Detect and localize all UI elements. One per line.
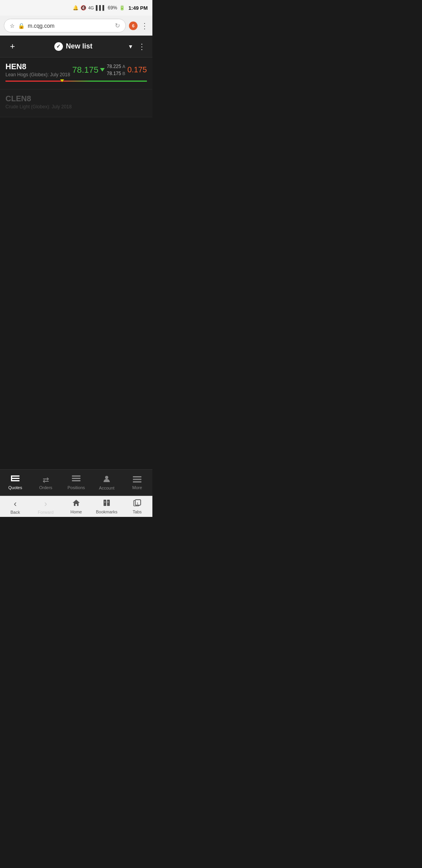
svg-rect-1: [11, 478, 20, 479]
svg-point-7: [105, 476, 108, 479]
tab-count-badge[interactable]: 6: [129, 22, 138, 30]
battery-icon: 🔋: [119, 5, 125, 11]
lock-icon: 🔒: [18, 23, 25, 29]
hen8-ask-label: A: [122, 64, 125, 69]
clen8-top-row: CLEN8 Crude Light (Globex): July 2018: [5, 94, 147, 109]
forward-label: Forward: [38, 510, 54, 515]
hen8-ask-price: 78.225: [107, 64, 121, 69]
svg-rect-8: [133, 476, 141, 477]
hen8-bid-label: B: [122, 71, 125, 76]
hen8-bar-indicator: [60, 79, 64, 82]
app-bottom-nav: Quotes ⇄ Orders Positions Account: [0, 469, 152, 496]
hen8-bid-price: 78.175: [107, 71, 121, 76]
svg-rect-10: [133, 481, 141, 482]
clen8-description: Crude Light (Globex): July 2018: [5, 104, 72, 109]
svg-rect-3: [11, 475, 12, 481]
status-icons: 🔔 🔇 4G ▌▌▌ 69% 🔋 1:49 PM: [73, 5, 148, 11]
mute-icon: 🔇: [80, 5, 86, 11]
hen8-top-row: HEN8 Lean Hogs (Globex): July 2018 78.17…: [5, 62, 147, 77]
quotes-list: HEN8 Lean Hogs (Globex): July 2018 78.17…: [0, 57, 152, 117]
browser-nav-tabs[interactable]: 1 Tabs: [122, 499, 152, 514]
nav-quotes-label: Quotes: [8, 485, 22, 490]
quote-row-clen8[interactable]: CLEN8 Crude Light (Globex): July 2018: [0, 90, 152, 117]
browser-more-icon[interactable]: ⋮: [141, 21, 148, 30]
checkmark-icon: ✓: [54, 42, 63, 51]
hen8-price-value: 78.175: [72, 65, 98, 75]
header-right-actions: ▼ ⋮: [128, 42, 146, 51]
positions-icon: [72, 475, 80, 484]
quotes-icon: [11, 475, 20, 484]
svg-rect-0: [11, 475, 20, 477]
nav-item-more[interactable]: More: [122, 473, 152, 493]
home-icon: [72, 499, 80, 509]
clen8-symbol: CLEN8: [5, 94, 72, 103]
nav-item-positions[interactable]: Positions: [61, 472, 91, 493]
signal-icon: ▌▌▌: [96, 5, 106, 11]
home-label: Home: [70, 509, 82, 514]
hen8-price-down-arrow: [100, 68, 105, 72]
bookmarks-label: Bookmarks: [96, 509, 117, 514]
browser-nav-bookmarks[interactable]: Bookmarks: [91, 499, 122, 514]
hen8-price-bar: [5, 81, 147, 82]
data-icon: 4G: [88, 5, 94, 10]
hen8-symbol: HEN8: [5, 62, 70, 71]
browser-nav-forward: › Forward: [30, 499, 61, 515]
bookmarks-icon: [103, 499, 111, 509]
svg-rect-6: [72, 480, 80, 481]
nav-positions-label: Positions: [68, 485, 85, 490]
hen8-change: 0.175: [127, 65, 147, 74]
url-input[interactable]: ☆ 🔒 m.cqg.com ↻: [4, 19, 126, 32]
nav-item-orders[interactable]: ⇄ Orders: [30, 473, 61, 493]
svg-rect-11: [104, 500, 106, 506]
tabs-label: Tabs: [132, 509, 141, 514]
status-bar: 🔔 🔇 4G ▌▌▌ 69% 🔋 1:49 PM: [0, 0, 152, 16]
empty-content-area: [0, 117, 152, 469]
nav-account-label: Account: [99, 486, 114, 490]
hen8-price: 78.175: [72, 65, 105, 75]
hen8-description: Lean Hogs (Globex): July 2018: [5, 72, 70, 77]
svg-rect-9: [133, 479, 141, 480]
browser-nav-home[interactable]: Home: [61, 499, 91, 514]
dropdown-arrow-icon[interactable]: ▼: [128, 43, 133, 50]
nav-item-quotes[interactable]: Quotes: [0, 472, 30, 493]
quote-row-hen8[interactable]: HEN8 Lean Hogs (Globex): July 2018 78.17…: [0, 57, 152, 90]
browser-address-bar: ☆ 🔒 m.cqg.com ↻ 6 ⋮: [0, 16, 152, 36]
svg-rect-4: [72, 475, 80, 477]
back-label: Back: [11, 510, 20, 515]
refresh-icon[interactable]: ↻: [115, 22, 120, 29]
clen8-left: CLEN8 Crude Light (Globex): July 2018: [5, 94, 72, 109]
nav-more-label: More: [132, 485, 142, 490]
hen8-bid: 78.175 B: [107, 70, 125, 77]
list-title-text: New list: [66, 42, 93, 50]
status-time: 1:49 PM: [129, 5, 148, 11]
more-icon: [133, 476, 141, 484]
browser-nav-back[interactable]: ‹ Back: [0, 499, 30, 515]
nav-orders-label: Orders: [39, 485, 52, 490]
svg-rect-5: [72, 478, 80, 479]
hen8-ask: 78.225 A: [107, 63, 125, 70]
app-header: + ✓ New list ▼ ⋮: [0, 36, 152, 57]
tabs-icon: 1: [133, 499, 141, 509]
hen8-left: HEN8 Lean Hogs (Globex): July 2018: [5, 62, 70, 77]
new-list-title: ✓ New list: [54, 42, 93, 51]
orders-icon: ⇄: [43, 476, 49, 484]
svg-text:1: 1: [137, 502, 138, 505]
svg-rect-12: [107, 500, 110, 506]
header-more-button[interactable]: ⋮: [138, 42, 146, 51]
browser-bottom-nav: ‹ Back › Forward Home Bookmarks: [0, 496, 152, 517]
hen8-bid-ask: 78.225 A 78.175 B: [107, 63, 125, 77]
bookmark-icon: ☆: [10, 23, 15, 29]
back-icon: ‹: [14, 499, 16, 509]
account-icon: [103, 475, 111, 484]
nav-item-account[interactable]: Account: [91, 472, 122, 493]
url-text: m.cqg.com: [28, 23, 112, 29]
battery-percent: 69%: [108, 5, 117, 11]
forward-icon: ›: [44, 499, 47, 509]
notification-icon: 🔔: [73, 5, 79, 11]
svg-rect-2: [11, 480, 20, 481]
add-list-button[interactable]: +: [6, 41, 19, 52]
